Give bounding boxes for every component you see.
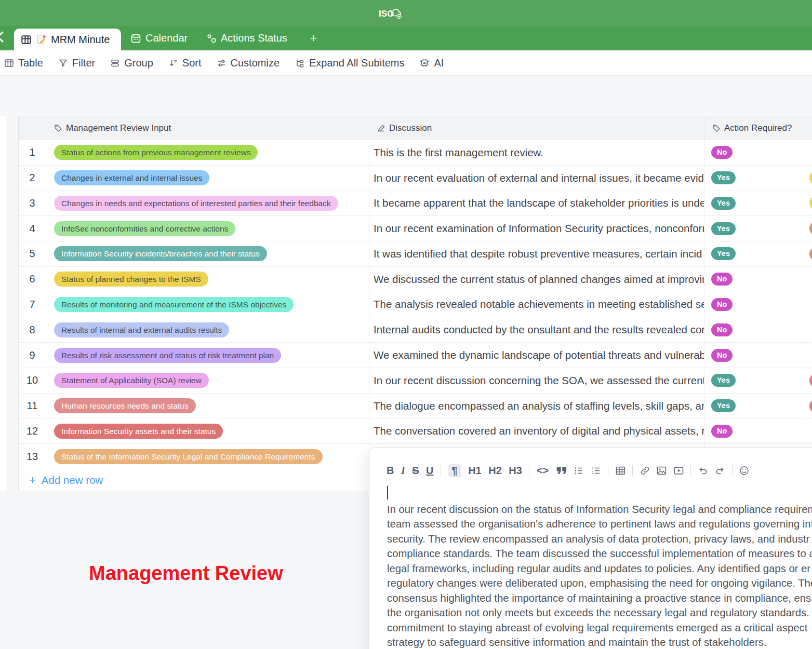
h2-button[interactable]: H2 [488, 465, 502, 477]
row-number[interactable]: 6 [19, 267, 46, 292]
discussion-cell[interactable]: In our recent evaluation of external and… [369, 166, 704, 191]
h1-button[interactable]: H1 [468, 465, 482, 477]
management-review-input-cell[interactable]: Changes in needs and expectations of int… [46, 191, 369, 216]
row-number[interactable]: 1 [19, 140, 46, 165]
undo-button[interactable] [698, 466, 708, 476]
management-review-input-cell[interactable]: Status of planned changes to the ISMS [46, 267, 369, 292]
row-number[interactable]: 10 [19, 368, 46, 393]
discussion-cell[interactable]: The conversation covered an inventory of… [369, 418, 704, 443]
action-required-cell[interactable]: Yes [704, 216, 806, 241]
discussion-cell[interactable]: This is the first management review. [369, 140, 704, 165]
header-discussion[interactable]: Discussion [369, 116, 704, 140]
row-number[interactable]: 5 [19, 241, 46, 266]
tab-calendar[interactable]: Calendar [131, 26, 188, 50]
management-review-input-cell[interactable]: Statement of Applicability (SOA) review [46, 368, 369, 393]
bullet-list-button[interactable] [574, 466, 584, 476]
overflow-cell [806, 394, 812, 418]
discussion-cell[interactable]: The dialogue encompassed an analysis of … [369, 394, 704, 418]
discussion-cell[interactable]: In our recent examination of Information… [369, 216, 704, 241]
row-number[interactable]: 4 [19, 216, 46, 241]
toolbar-customize-button[interactable]: Customize [217, 57, 279, 69]
editor-text-line: compliance standards. The team discussed… [387, 546, 812, 561]
action-required-cell[interactable]: Yes [704, 166, 806, 191]
management-review-input-cell[interactable]: Human resources needs and status [46, 394, 369, 418]
underline-button[interactable]: U [426, 465, 433, 477]
toolbar-sort-button[interactable]: Sort [169, 57, 202, 69]
action-required-cell[interactable]: Yes [704, 241, 806, 266]
discussion-cell[interactable]: It was identified that despite robust pr… [369, 241, 704, 266]
discussion-text: We discussed the current status of plann… [374, 273, 704, 286]
action-required-cell[interactable]: Yes [704, 394, 806, 418]
link-button[interactable] [640, 466, 650, 476]
management-review-annotation: Management Review [89, 562, 283, 585]
discussion-cell[interactable]: We examined the dynamic landscape of pot… [369, 343, 704, 368]
action-required-cell[interactable]: No [704, 267, 806, 292]
redo-button[interactable] [715, 466, 725, 476]
management-review-input-cell[interactable]: Information Security assets and their st… [46, 418, 369, 443]
input-tag-pill: Changes in needs and expectations of int… [54, 196, 338, 211]
toolbar-filter-button[interactable]: Filter [59, 57, 95, 69]
action-required-pill: No [711, 298, 733, 311]
row-number[interactable]: 13 [19, 444, 46, 469]
management-review-input-cell[interactable]: Status of actions from previous manageme… [46, 140, 369, 165]
editor-text-line: In our recent discussion on the status o… [387, 502, 812, 517]
ai-chip-icon: AI [420, 58, 429, 67]
table-button[interactable] [616, 466, 625, 476]
management-review-input-cell[interactable]: Results of monitoring and measurement of… [46, 292, 369, 317]
table-row: 11Human resources needs and statusThe di… [19, 394, 812, 419]
row-number[interactable]: 12 [19, 418, 46, 443]
management-review-input-cell[interactable]: Results of internal and external audits … [46, 317, 369, 342]
discussion-cell[interactable]: We discussed the current status of plann… [369, 267, 704, 292]
emoji-button[interactable] [739, 466, 749, 476]
header-action-required[interactable]: Action Required? [704, 116, 806, 140]
management-review-input-cell[interactable]: Information Security incidents/breaches … [46, 241, 369, 266]
action-required-cell[interactable]: No [704, 343, 806, 368]
row-number[interactable]: 11 [19, 394, 46, 418]
view-tabs-bar: MRM Minute Calendar Actions Status + [0, 26, 812, 50]
discussion-cell[interactable]: The analysis revealed notable achievemen… [369, 292, 704, 317]
action-required-cell[interactable]: No [704, 418, 806, 443]
h3-button[interactable]: H3 [509, 465, 522, 477]
action-required-cell[interactable]: Yes [704, 368, 806, 393]
ordered-list-button[interactable]: 12 [591, 466, 601, 476]
toolbar-table-button[interactable]: Table [5, 57, 43, 69]
editor-text-line: legal frameworks, including regular audi… [387, 561, 812, 576]
action-required-cell[interactable]: No [704, 140, 806, 165]
image-button[interactable] [657, 466, 667, 476]
row-number[interactable]: 3 [19, 191, 46, 216]
tab-actions-status[interactable]: Actions Status [207, 26, 287, 50]
row-number[interactable]: 2 [19, 166, 46, 191]
strike-button[interactable]: S [412, 465, 419, 477]
back-chevron-icon[interactable] [0, 31, 4, 46]
discussion-cell[interactable]: It became apparent that the landscape of… [369, 191, 704, 216]
discussion-text: This is the first management review. [374, 146, 543, 159]
header-management-review-input[interactable]: Management Review Input [46, 116, 369, 140]
action-required-cell[interactable]: No [704, 317, 806, 342]
discussion-cell[interactable]: In our recent discussion concerning the … [369, 368, 704, 393]
discussion-text: The analysis revealed notable achievemen… [374, 298, 704, 310]
quote-button[interactable] [556, 465, 567, 476]
video-button[interactable] [674, 466, 684, 476]
add-view-button[interactable]: + [310, 26, 317, 50]
tab-mrm-minute[interactable]: MRM Minute [14, 29, 121, 50]
management-review-input-cell[interactable]: Status of the Information Security Legal… [46, 444, 369, 469]
bold-button[interactable]: B [387, 465, 394, 477]
editor-text[interactable]: In our recent discussion on the status o… [387, 502, 812, 649]
toolbar-ai-button[interactable]: AI AI [420, 57, 444, 69]
row-number[interactable]: 7 [19, 292, 46, 317]
management-review-input-cell[interactable]: InfoSec nonconformities and corrective a… [46, 216, 369, 241]
management-review-input-cell[interactable]: Results of risk assessment and status of… [46, 343, 369, 368]
toolbar-group-button[interactable]: Group [111, 57, 153, 69]
action-required-cell[interactable]: Yes [704, 191, 806, 216]
management-review-input-cell[interactable]: Changes in external and internal issues [46, 166, 369, 191]
row-number[interactable]: 9 [19, 343, 46, 368]
code-button[interactable]: <> [537, 465, 549, 477]
action-required-cell[interactable]: No [704, 292, 806, 317]
discussion-cell[interactable]: Internal audits conducted by the onsulta… [369, 317, 704, 342]
expand-subitems-icon [295, 59, 304, 67]
paragraph-button[interactable]: ¶ [448, 464, 461, 477]
toolbar-separator [732, 465, 733, 476]
toolbar-expand-subitems-button[interactable]: Expand All Subitems [295, 57, 404, 69]
italic-button[interactable]: I [401, 465, 405, 477]
row-number[interactable]: 8 [19, 317, 46, 342]
